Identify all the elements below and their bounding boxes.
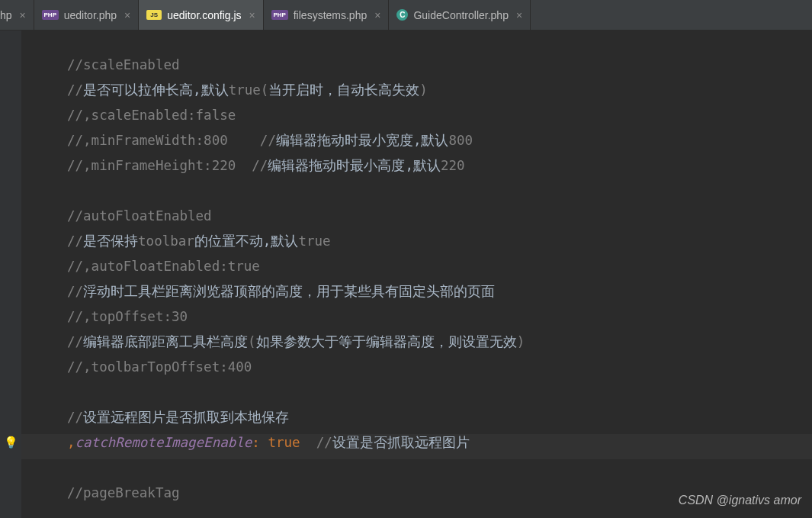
code-text: //	[67, 233, 83, 249]
code-text: //,minFrameWidth:800 //	[67, 133, 276, 148]
code-text: 编辑器拖动时最小高度,默认	[268, 158, 441, 173]
lightbulb-icon[interactable]: 💡	[4, 436, 18, 449]
code-text: catchRemoteImageEnable	[75, 435, 252, 450]
class-icon: C	[396, 9, 408, 21]
code-text: //,topOffset:30	[67, 309, 188, 324]
js-icon: JS	[146, 10, 162, 20]
editor-area: 💡 //scaleEnabled //是否可以拉伸长高,默认true(当开启时，…	[0, 31, 812, 518]
php-icon: PHP	[42, 10, 59, 20]
code-text: true	[268, 435, 300, 450]
tab-label: filesystems.php	[294, 9, 367, 21]
code-text: //pageBreakTag	[67, 485, 180, 500]
code-text: )	[517, 334, 525, 349]
code-text: 编辑器拖动时最小宽度,默认	[276, 133, 449, 148]
code-text: 是否保持	[83, 233, 138, 249]
tab-label: hp	[0, 9, 12, 21]
code-text: //,autoFloatEnabled:true	[67, 259, 260, 274]
code-editor[interactable]: //scaleEnabled //是否可以拉伸长高,默认true(当开启时，自动…	[21, 31, 812, 518]
code-text: //scaleEnabled	[67, 57, 180, 72]
code-text: //	[300, 435, 332, 450]
code-text: true	[298, 233, 330, 249]
code-text: //	[67, 284, 83, 299]
code-text: :	[252, 435, 268, 450]
tab-guidecontroller-php[interactable]: C GuideController.php ×	[389, 0, 531, 30]
code-text: //	[67, 334, 83, 349]
code-text: //,minFrameHeight:220 //	[67, 158, 268, 173]
watermark: CSDN @ignativs amor	[679, 494, 801, 507]
tab-label: ueditor.php	[64, 9, 117, 21]
code-text: )	[419, 82, 428, 98]
tab-label: GuideController.php	[413, 9, 509, 21]
tab-ueditor-php[interactable]: PHP ueditor.php ×	[34, 0, 139, 30]
code-text: 如果参数大于等于编辑器高度，则设置无效	[256, 334, 517, 349]
code-text: 800	[448, 133, 473, 148]
code-text: 当开启时，自动长高失效	[268, 82, 419, 98]
code-text: 编辑器底部距离工具栏高度	[83, 334, 248, 349]
close-icon[interactable]: ×	[18, 9, 26, 21]
code-text: toolbar	[138, 233, 194, 249]
close-icon[interactable]: ×	[247, 9, 255, 21]
close-icon[interactable]: ×	[122, 9, 130, 21]
close-icon[interactable]: ×	[514, 9, 522, 21]
tab-partial[interactable]: hp ×	[0, 0, 34, 30]
code-text: 220	[441, 158, 465, 173]
code-text: true(	[229, 82, 269, 98]
code-text: //,toolbarTopOffset:400	[67, 359, 252, 375]
code-text: (	[248, 334, 256, 349]
code-text: //	[67, 410, 83, 425]
close-icon[interactable]: ×	[372, 9, 380, 21]
gutter: 💡	[0, 31, 21, 518]
tab-filesystems-php[interactable]: PHP filesystems.php ×	[264, 0, 390, 30]
code-text: 是否可以拉伸长高,默认	[83, 82, 229, 98]
code-text: 的位置不动,默认	[194, 233, 299, 249]
code-text: //	[67, 82, 83, 98]
tab-label: ueditor.config.js	[167, 9, 241, 21]
php-icon: PHP	[271, 10, 288, 20]
code-text: //autoFloatEnabled	[67, 208, 212, 224]
code-text: 浮动时工具栏距离浏览器顶部的高度，用于某些具有固定头部的页面	[83, 284, 495, 299]
code-text: 设置是否抓取远程图片	[332, 435, 470, 450]
tab-bar: hp × PHP ueditor.php × JS ueditor.config…	[0, 0, 812, 31]
tab-ueditor-config-js[interactable]: JS ueditor.config.js ×	[139, 0, 263, 30]
code-text: ,	[67, 435, 75, 450]
code-text: 设置远程图片是否抓取到本地保存	[83, 410, 289, 425]
code-text: //,scaleEnabled:false	[67, 108, 236, 123]
